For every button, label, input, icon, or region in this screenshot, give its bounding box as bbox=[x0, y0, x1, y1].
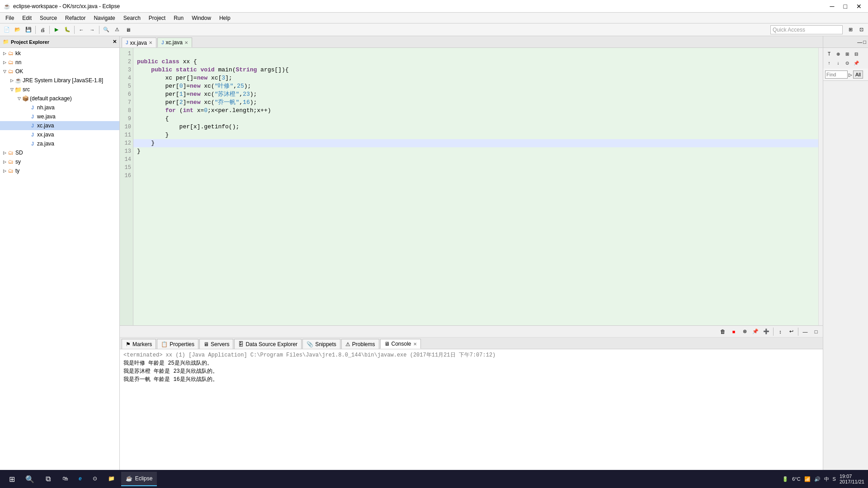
code-line-8: for (int x=0;x<per.length;x++) bbox=[137, 107, 271, 114]
toolbar-problems[interactable]: ⚠ bbox=[112, 25, 122, 35]
right-tool-7[interactable]: ⊙ bbox=[843, 59, 851, 67]
tree-item-ty[interactable]: ▷ 🗂 ty bbox=[0, 166, 119, 175]
bottom-tab-datasource-icon: 🗄 bbox=[238, 341, 244, 347]
bottom-tab-console[interactable]: 🖥 Console ✕ bbox=[380, 339, 421, 349]
tree-item-za-java[interactable]: ▷ J za.java bbox=[0, 139, 119, 148]
tree-label-za-java: za.java bbox=[37, 141, 54, 147]
tab-xx-java[interactable]: J xx.java ✕ bbox=[122, 38, 156, 47]
tree-item-kk[interactable]: ▷ 🗂 kk bbox=[0, 49, 119, 58]
right-panel-tools: T ⊕ ⊞ ⊟ ↑ ↓ ⊙ 📌 bbox=[823, 48, 868, 69]
toolbar-perspective[interactable]: ⊞ bbox=[845, 25, 855, 35]
menu-help[interactable]: Help bbox=[216, 14, 234, 22]
tree-item-nh-java[interactable]: ▷ J nh.java bbox=[0, 103, 119, 112]
find-arrow[interactable]: ▷ bbox=[849, 72, 852, 77]
taskbar-temp: 6°C bbox=[792, 476, 800, 482]
tree-item-we-java[interactable]: ▷ J we.java bbox=[0, 112, 119, 121]
right-panel-maximize[interactable]: □ bbox=[863, 39, 866, 45]
tree-item-sy[interactable]: ▷ 🗂 sy bbox=[0, 157, 119, 166]
toolbar-save[interactable]: 💾 bbox=[24, 25, 33, 35]
tab-xc-java[interactable]: J xc.java ✕ bbox=[157, 38, 192, 47]
console-toolbar-stop[interactable]: ■ bbox=[729, 327, 739, 337]
console-toolbar-terminate[interactable]: ⊗ bbox=[740, 327, 750, 337]
right-tool-8[interactable]: 📌 bbox=[852, 59, 860, 67]
right-panel-minimize[interactable]: — bbox=[857, 39, 862, 45]
toolbar-print[interactable]: 🖨 bbox=[38, 25, 47, 35]
taskbar-search[interactable]: 🔍 bbox=[22, 472, 38, 486]
right-tool-1[interactable]: T bbox=[825, 50, 833, 58]
taskbar-start[interactable]: ⊞ bbox=[4, 472, 20, 486]
bottom-tab-problems[interactable]: ⚠ Problems bbox=[341, 339, 379, 349]
console-toolbar-pin[interactable]: 📌 bbox=[750, 327, 760, 337]
tree-item-jre[interactable]: ▷ ☕ JRE System Library [JavaSE-1.8] bbox=[0, 76, 119, 85]
tree-item-SD[interactable]: ▷ 🗂 SD bbox=[0, 148, 119, 157]
bottom-tab-properties[interactable]: 📋 Properties bbox=[157, 339, 198, 349]
menu-edit[interactable]: Edit bbox=[19, 14, 35, 22]
quick-access-box[interactable]: Quick Access bbox=[770, 25, 843, 34]
toolbar-icon2[interactable]: ⊡ bbox=[856, 25, 866, 35]
taskbar-taskview[interactable]: ⧉ bbox=[40, 472, 56, 486]
menu-source[interactable]: Source bbox=[36, 14, 61, 22]
code-editor[interactable]: 1 2 3 4 5 6 7 8 9 10 11 12 13 14 15 16 bbox=[120, 48, 823, 325]
menu-search[interactable]: Search bbox=[120, 14, 144, 22]
menu-window[interactable]: Window bbox=[188, 14, 215, 22]
bottom-tab-snippets[interactable]: 📎 Snippets bbox=[302, 339, 340, 349]
taskbar-app-edge[interactable]: e bbox=[74, 472, 86, 486]
menu-file[interactable]: File bbox=[2, 14, 18, 22]
console-toolbar-scroll[interactable]: ↕ bbox=[775, 327, 785, 337]
close-button[interactable]: ✕ bbox=[854, 2, 864, 11]
right-tool-6[interactable]: ↓ bbox=[834, 59, 842, 67]
tab-xc-java-close[interactable]: ✕ bbox=[184, 40, 188, 45]
tree-item-xc-java[interactable]: ▷ J xc.java bbox=[0, 121, 119, 130]
tab-xx-java-close[interactable]: ✕ bbox=[149, 40, 152, 45]
toolbar-console[interactable]: 🖥 bbox=[123, 25, 133, 35]
toolbar-new[interactable]: 📄 bbox=[2, 25, 12, 35]
line-num-5: 5 bbox=[120, 82, 133, 90]
right-tool-4[interactable]: ⊟ bbox=[852, 50, 860, 58]
console-toolbar-newconsole[interactable]: ➕ bbox=[761, 327, 771, 337]
tree-arrow-OK: ▽ bbox=[2, 69, 7, 74]
menu-project[interactable]: Project bbox=[145, 14, 169, 22]
menu-run[interactable]: Run bbox=[170, 14, 187, 22]
console-toolbar-clear[interactable]: 🗑 bbox=[718, 327, 728, 337]
code-content[interactable]: public class xx { public static void mai… bbox=[133, 48, 823, 325]
menu-refactor[interactable]: Refactor bbox=[61, 14, 89, 22]
menu-navigate[interactable]: Navigate bbox=[90, 14, 118, 22]
right-tool-5[interactable]: ↑ bbox=[825, 59, 833, 67]
right-tool-3[interactable]: ⊞ bbox=[843, 50, 851, 58]
taskbar-app-cortana[interactable]: ⊙ bbox=[88, 472, 102, 486]
right-tool-2[interactable]: ⊕ bbox=[834, 50, 842, 58]
pe-minimize[interactable]: ✕ bbox=[113, 39, 117, 45]
taskbar-app-explorer[interactable]: 📁 bbox=[104, 472, 119, 486]
bottom-tab-console-close[interactable]: ✕ bbox=[413, 342, 417, 347]
toolbar-debug[interactable]: 🐛 bbox=[62, 25, 72, 35]
tree-item-default-pkg[interactable]: ▽ 📦 (default package) bbox=[0, 94, 119, 103]
title-controls: ─ □ ✕ bbox=[827, 2, 864, 11]
tree-item-OK[interactable]: ▽ 🗂 OK bbox=[0, 67, 119, 76]
tree-item-xx-java[interactable]: ▷ J xx.java bbox=[0, 130, 119, 139]
bottom-tab-markers[interactable]: ⚑ Markers bbox=[122, 339, 156, 349]
toolbar-search[interactable]: 🔍 bbox=[101, 25, 111, 35]
editor-area: J xx.java ✕ J xc.java ✕ 1 2 3 4 5 bbox=[120, 36, 823, 325]
tree-item-src[interactable]: ▽ 📁 src bbox=[0, 85, 119, 94]
console-toolbar-maximize[interactable]: □ bbox=[811, 327, 821, 337]
maximize-button[interactable]: □ bbox=[841, 2, 850, 11]
minimize-button[interactable]: ─ bbox=[827, 2, 837, 11]
right-tools-row1: T ⊕ ⊞ ⊟ bbox=[825, 50, 866, 58]
taskbar-app-store[interactable]: 🛍 bbox=[58, 472, 72, 486]
taskbar-ime[interactable]: 中 bbox=[824, 476, 829, 483]
bottom-tab-datasource[interactable]: 🗄 Data Source Explorer bbox=[234, 339, 302, 349]
project-explorer: 📁 Project Explorer ✕ ▷ 🗂 kk ▷ 🗂 nn ▽ 🗂 O… bbox=[0, 36, 120, 470]
toolbar-run[interactable]: ▶ bbox=[52, 25, 61, 35]
find-input[interactable] bbox=[825, 70, 848, 79]
toolbar-forward[interactable]: → bbox=[87, 25, 97, 35]
find-all-button[interactable]: All bbox=[853, 70, 863, 79]
bottom-tab-servers[interactable]: 🖥 Servers bbox=[199, 339, 233, 349]
code-vertical-scrollbar[interactable] bbox=[818, 48, 823, 325]
taskbar-app-eclipse[interactable]: ☕ Eclipse bbox=[121, 472, 157, 486]
console-toolbar-minimize[interactable]: — bbox=[800, 327, 810, 337]
console-toolbar-wordwrap[interactable]: ↩ bbox=[786, 327, 796, 337]
toolbar-open[interactable]: 📂 bbox=[13, 25, 23, 35]
code-line-6: per[1]=new xc("苏沐橙",23); bbox=[137, 91, 257, 98]
toolbar-back[interactable]: ← bbox=[76, 25, 86, 35]
tree-item-nn[interactable]: ▷ 🗂 nn bbox=[0, 58, 119, 67]
